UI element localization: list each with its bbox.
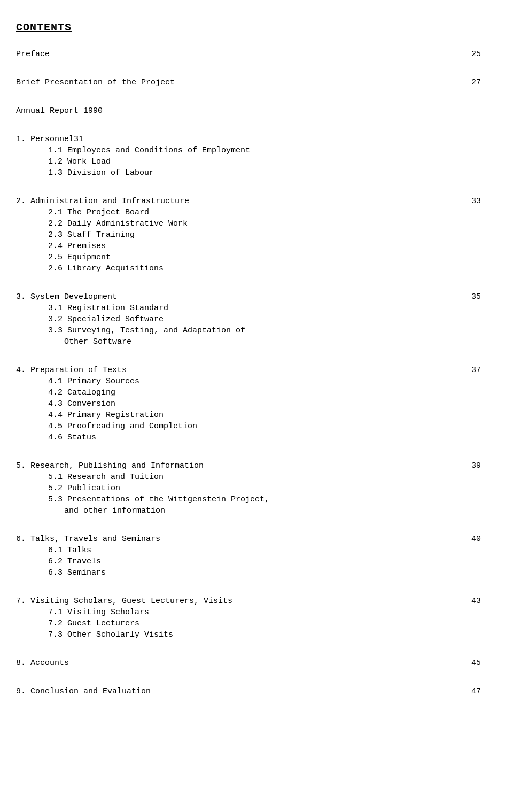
section5-sub1: 5.1 Research and Tuition [16,473,481,482]
section5-sub2-label: 5.2 Publication [48,484,120,493]
section4-sub2: 4.2 Cataloging [16,388,481,397]
section2-sub6-label: 2.6 Library Acquisitions [48,264,164,273]
section6-page: 40 [460,535,481,544]
section5-sub3b: and other information [16,506,481,515]
toc-section4: 4. Preparation of Texts 37 4.1 Primary S… [16,366,481,442]
section7-sub1: 7.1 Visiting Scholars [16,608,481,617]
section3-sub1-label: 3.1 Registration Standard [48,304,168,313]
section2-sub4-label: 2.4 Premises [48,242,106,251]
section3-sub3a: 3.3 Surveying, Testing, and Adaptation o… [16,326,481,335]
section3-sub1: 3.1 Registration Standard [16,304,481,313]
toc-annual-report: Annual Report 1990 [16,106,481,115]
toc-section5: 5. Research, Publishing and Information … [16,461,481,515]
brief-presentation-page: 27 [460,78,481,87]
toc-section9: 9. Conclusion and Evaluation 47 [16,687,481,696]
section5-sub2: 5.2 Publication [16,484,481,493]
section6-label: 6. Talks, Travels and Seminars [16,535,460,544]
toc-container: Preface 25 Brief Presentation of the Pro… [16,50,481,696]
section3-label: 3. System Development [16,292,460,301]
section6-sub1: 6.1 Talks [16,546,481,555]
section6-sub1-label: 6.1 Talks [48,546,91,555]
contents-heading: CONTENTS [16,21,481,34]
section4-sub1-label: 4.1 Primary Sources [48,377,139,386]
section7-sub3-label: 7.3 Other Scholarly Visits [48,630,173,639]
preface-page: 25 [460,50,481,59]
section6-sub2-label: 6.2 Travels [48,557,101,566]
section3-page: 35 [460,292,481,301]
section1-sub3: 1.3 Division of Labour [16,168,481,177]
section1-label: 1. Personnel31 [16,135,460,144]
section2-page: 33 [460,197,481,206]
section2-sub2-label: 2.2 Daily Administrative Work [48,219,188,228]
section5-page: 39 [460,461,481,470]
section4-sub5: 4.5 Proofreading and Completion [16,422,481,431]
section4-sub4: 4.4 Primary Registration [16,411,481,420]
section3-sub3b-label: Other Software [64,337,131,346]
section2-sub3: 2.3 Staff Training [16,230,481,239]
section5-sub3a-label: 5.3 Presentations of the Wittgenstein Pr… [48,495,269,504]
section4-sub3-label: 4.3 Conversion [48,399,115,408]
section2-sub3-label: 2.3 Staff Training [48,230,135,239]
section5-sub3b-label: and other information [64,506,165,515]
section4-page: 37 [460,366,481,375]
section9-page: 47 [460,687,481,696]
section2-sub6: 2.6 Library Acquisitions [16,264,481,273]
section2-sub1: 2.1 The Project Board [16,208,481,217]
section7-label: 7. Visiting Scholars, Guest Lecturers, V… [16,597,460,606]
section4-sub2-label: 4.2 Cataloging [48,388,115,397]
section2-sub2: 2.2 Daily Administrative Work [16,219,481,228]
section1-sub1-label: 1.1 Employees and Conditions of Employme… [48,146,250,155]
section4-sub3: 4.3 Conversion [16,399,481,408]
annual-report-label: Annual Report 1990 [16,106,460,115]
section4-sub6: 4.6 Status [16,433,481,442]
section2-sub5: 2.5 Equipment [16,253,481,262]
section7-page: 43 [460,597,481,606]
section1-sub1: 1.1 Employees and Conditions of Employme… [16,146,481,155]
toc-section8: 8. Accounts 45 [16,659,481,668]
section3-sub2-label: 3.2 Specialized Software [48,315,164,324]
toc-section6: 6. Talks, Travels and Seminars 40 6.1 Ta… [16,535,481,577]
toc-brief-presentation: Brief Presentation of the Project 27 [16,78,481,87]
section3-sub3a-label: 3.3 Surveying, Testing, and Adaptation o… [48,326,245,335]
section2-sub5-label: 2.5 Equipment [48,253,111,262]
section4-sub1: 4.1 Primary Sources [16,377,481,386]
section6-sub2: 6.2 Travels [16,557,481,566]
section4-sub4-label: 4.4 Primary Registration [48,411,164,420]
section5-label: 5. Research, Publishing and Information [16,461,460,470]
section3-sub3b: Other Software [16,337,481,346]
preface-label: Preface [16,50,460,59]
section2-label: 2. Administration and Infrastructure [16,197,460,206]
toc-section7: 7. Visiting Scholars, Guest Lecturers, V… [16,597,481,639]
section7-sub2-label: 7.2 Guest Lecturers [48,619,139,628]
toc-preface: Preface 25 [16,50,481,59]
section7-sub3: 7.3 Other Scholarly Visits [16,630,481,639]
section4-sub5-label: 4.5 Proofreading and Completion [48,422,197,431]
section8-label: 8. Accounts [16,659,460,668]
section1-sub2-label: 1.2 Work Load [48,157,111,166]
section5-sub1-label: 5.1 Research and Tuition [48,473,164,482]
section1-sub3-label: 1.3 Division of Labour [48,168,154,177]
section7-sub1-label: 7.1 Visiting Scholars [48,608,149,617]
section2-sub1-label: 2.1 The Project Board [48,208,149,217]
toc-section1: 1. Personnel31 1.1 Employees and Conditi… [16,135,481,177]
section4-sub6-label: 4.6 Status [48,433,96,442]
section4-label: 4. Preparation of Texts [16,366,460,375]
section8-page: 45 [460,659,481,668]
section1-sub2: 1.2 Work Load [16,157,481,166]
toc-section2: 2. Administration and Infrastructure 33 … [16,197,481,273]
section2-sub4: 2.4 Premises [16,242,481,251]
toc-section3: 3. System Development 35 3.1 Registratio… [16,292,481,346]
section6-sub3: 6.3 Seminars [16,568,481,577]
section6-sub3-label: 6.3 Seminars [48,568,106,577]
section5-sub3a: 5.3 Presentations of the Wittgenstein Pr… [16,495,481,504]
section3-sub2: 3.2 Specialized Software [16,315,481,324]
brief-presentation-label: Brief Presentation of the Project [16,78,460,87]
section9-label: 9. Conclusion and Evaluation [16,687,460,696]
section7-sub2: 7.2 Guest Lecturers [16,619,481,628]
